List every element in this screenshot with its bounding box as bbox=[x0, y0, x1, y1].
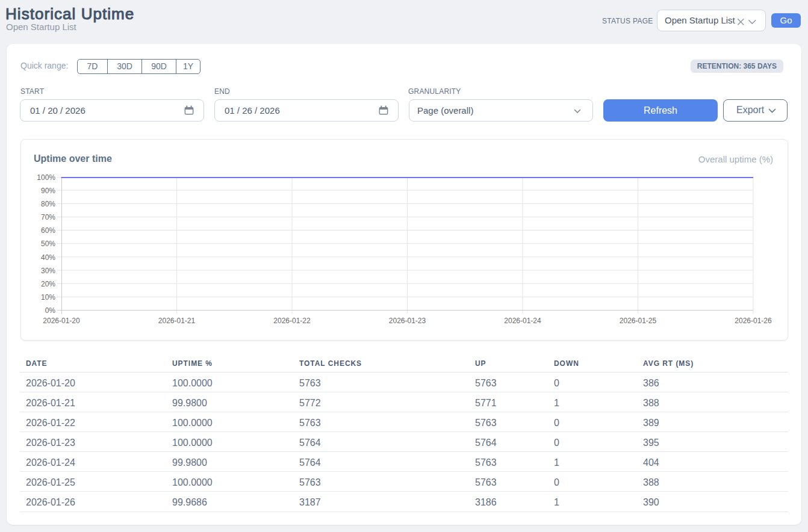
svg-text:60%: 60% bbox=[41, 226, 55, 235]
svg-text:2026-01-26: 2026-01-26 bbox=[735, 317, 772, 325]
svg-text:80%: 80% bbox=[41, 200, 55, 208]
svg-text:2026-01-25: 2026-01-25 bbox=[620, 317, 657, 325]
svg-text:10%: 10% bbox=[41, 293, 55, 302]
svg-text:2026-01-20: 2026-01-20 bbox=[43, 317, 80, 325]
svg-text:50%: 50% bbox=[41, 240, 55, 248]
svg-text:100%: 100% bbox=[37, 173, 55, 182]
svg-text:2026-01-23: 2026-01-23 bbox=[389, 317, 426, 325]
svg-text:2026-01-24: 2026-01-24 bbox=[504, 317, 541, 325]
svg-text:20%: 20% bbox=[41, 280, 55, 288]
svg-text:2026-01-21: 2026-01-21 bbox=[158, 317, 196, 325]
svg-text:70%: 70% bbox=[41, 213, 55, 221]
svg-text:0%: 0% bbox=[45, 306, 56, 315]
svg-text:2026-01-22: 2026-01-22 bbox=[273, 317, 311, 325]
svg-text:90%: 90% bbox=[41, 187, 55, 195]
svg-text:30%: 30% bbox=[41, 267, 55, 275]
svg-text:40%: 40% bbox=[41, 253, 55, 262]
